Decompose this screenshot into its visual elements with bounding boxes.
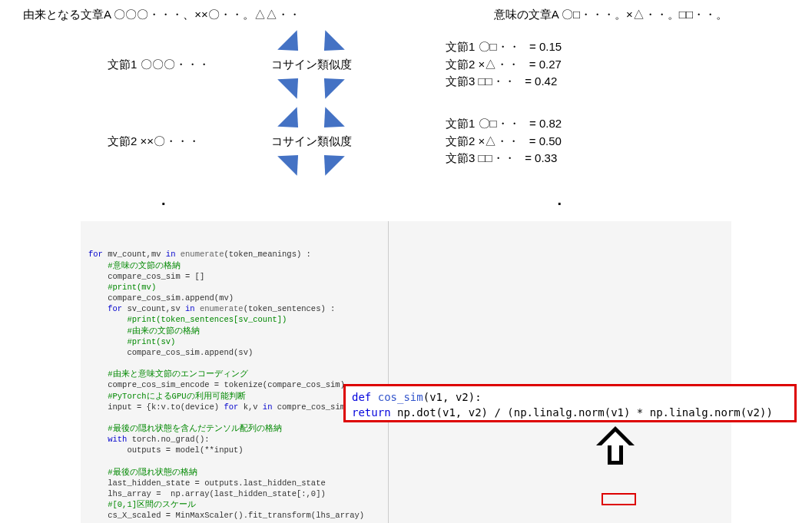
result-line: 文節3 □□・・ = 0.33 [446, 150, 645, 167]
cosine-col-2: コサイン類似度 [223, 114, 399, 168]
function-sig: (v1, v2): [423, 391, 482, 403]
ellipsis-row: . . [23, 191, 789, 209]
result-line: 文節1 〇□・・ = 0.82 [446, 115, 645, 133]
ellipsis-dot: . [558, 191, 562, 209]
meaning-sentence-header: 意味の文章A 〇□・・・。×△・・。□□・・。 [494, 8, 727, 22]
phrase-2: 文節2 ××〇・・・ [23, 134, 223, 149]
ellipsis-dot: . [161, 191, 166, 209]
diagram-section: 由来となる文章A 〇〇〇・・・、××〇・・。△△・・ 意味の文章A 〇□・・・。… [0, 0, 812, 217]
result-line: 文節1 〇□・・ = 0.15 [446, 38, 645, 56]
code-block: for mv_count,mv in enumerate(token_meani… [81, 221, 731, 523]
result-line: 文節2 ×△・・ = 0.50 [446, 133, 645, 151]
function-body: np.dot(v1, v2) / (np.linalg.norm(v1) * n… [391, 406, 773, 419]
headers-row: 由来となる文章A 〇〇〇・・・、××〇・・。△△・・ 意味の文章A 〇□・・・。… [23, 8, 789, 22]
cos-sim-definition-callout: def cos_sim(v1, v2): return np.dot(v1, v… [343, 384, 797, 422]
guide-line [388, 221, 389, 523]
result-line: 文節2 ×△・・ = 0.27 [446, 56, 645, 74]
def-keyword: def [352, 391, 371, 403]
results-1: 文節1 〇□・・ = 0.15 文節2 ×△・・ = 0.27 文節3 □□・・… [399, 38, 645, 91]
arrow-up-icon [596, 426, 635, 468]
cosine-col-1: コサイン類似度 [223, 38, 399, 91]
phrase-1: 文節1 〇〇〇・・・ [23, 58, 223, 72]
return-keyword: return [352, 406, 391, 419]
result-line: 文節3 □□・・ = 0.42 [446, 73, 645, 91]
function-name: cos_sim [371, 391, 423, 403]
source-sentence-header: 由来となる文章A 〇〇〇・・・、××〇・・。△△・・ [23, 8, 300, 22]
cos-sim-call-highlight [602, 493, 636, 505]
cosine-label-2: コサイン類似度 [270, 134, 353, 149]
comparison-row-1: 文節1 〇〇〇・・・ コサイン類似度 文節1 〇□・・ = 0.15 文節2 ×… [23, 38, 789, 91]
comparison-row-2: 文節2 ××〇・・・ コサイン類似度 文節1 〇□・・ = 0.82 文節2 ×… [23, 114, 789, 168]
results-2: 文節1 〇□・・ = 0.82 文節2 ×△・・ = 0.50 文節3 □□・・… [399, 115, 645, 167]
cosine-label-1: コサイン類似度 [270, 58, 353, 72]
